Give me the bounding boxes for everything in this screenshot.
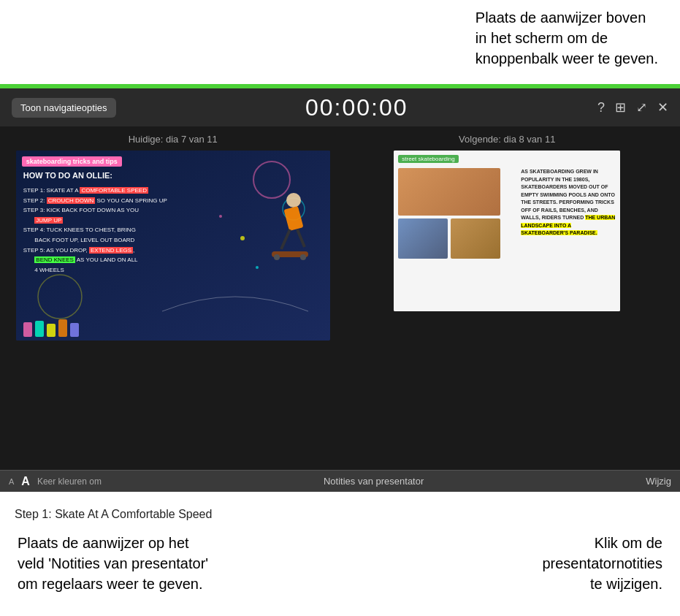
nav-options-button[interactable]: Toon navigatieopties bbox=[12, 98, 116, 118]
photo-2b bbox=[451, 218, 500, 259]
figure-1 bbox=[23, 322, 32, 337]
current-slide: skateboarding tricks and tips HOW TO DO … bbox=[16, 151, 330, 341]
color-swap-button[interactable]: Keer kleuren om bbox=[37, 476, 102, 487]
notes-edit-button[interactable]: Wijzig bbox=[646, 476, 671, 487]
figure-3 bbox=[47, 324, 56, 337]
toolbar-icons: ? ⊞ ⤢ ✕ bbox=[597, 99, 668, 115]
bottom-annotation: Plaats de aanwijzer op het veld 'Notitie… bbox=[0, 521, 680, 616]
current-slide-title: HOW TO DO AN OLLIE: bbox=[23, 171, 112, 180]
svg-point-3 bbox=[38, 275, 82, 319]
figure-5 bbox=[70, 323, 79, 337]
photo-2a bbox=[398, 218, 448, 259]
svg-line-9 bbox=[281, 229, 290, 249]
notes-toolbar-center-label: Notities van presentator bbox=[102, 476, 646, 487]
figure-4 bbox=[58, 319, 67, 337]
svg-point-12 bbox=[274, 254, 280, 260]
highlight-yellow-text: THE URBAN LANDSCAPE INTO A SKATEBOARDER'… bbox=[521, 215, 615, 235]
timer-display: 00:00:00 bbox=[116, 94, 597, 121]
close-icon[interactable]: ✕ bbox=[657, 99, 668, 115]
step5-highlight: EXTEND LEGS bbox=[89, 247, 133, 254]
current-slide-label: Huidige: dia 7 van 11 bbox=[129, 134, 218, 145]
step1-highlight: COMFORTABLE SPEED bbox=[80, 187, 148, 194]
next-slide-tag: street skateboarding bbox=[398, 155, 459, 163]
top-annotation-text: Plaats de aanwijzer boven in het scherm … bbox=[475, 7, 658, 69]
step5-green-highlight: BEND KNEES bbox=[34, 256, 75, 263]
grid-icon[interactable]: ⊞ bbox=[615, 99, 626, 115]
svg-point-7 bbox=[286, 193, 301, 208]
step3-text: KICK BACK FOOT DOWN AS YOU bbox=[47, 207, 139, 213]
next-slide-container: Volgende: dia 8 van 11 street skateboard… bbox=[346, 134, 669, 463]
current-slide-container: Huidige: dia 7 van 11 bbox=[12, 134, 335, 463]
next-slide: street skateboarding AS SKATEBOARDING GR… bbox=[394, 151, 620, 311]
slide-figures bbox=[16, 315, 330, 337]
figure-2 bbox=[35, 321, 44, 337]
photo-row-2 bbox=[398, 218, 500, 259]
step2-highlight: CROUCH DOWN bbox=[47, 197, 96, 204]
svg-line-10 bbox=[297, 229, 305, 247]
bottom-right-annotation-text: Klik om de presentatornotities te wijzig… bbox=[542, 533, 662, 594]
photo-1 bbox=[398, 168, 500, 216]
current-slide-content: skateboarding tricks and tips HOW TO DO … bbox=[16, 151, 330, 341]
font-size-small-button[interactable]: A bbox=[9, 477, 14, 486]
slides-area: Huidige: dia 7 van 11 bbox=[0, 126, 680, 470]
step3-highlight: JUMP UP bbox=[34, 217, 63, 224]
fullscreen-icon[interactable]: ⤢ bbox=[636, 99, 647, 115]
font-size-large-button[interactable]: A bbox=[21, 475, 30, 488]
current-slide-tag: skateboarding tricks and tips bbox=[22, 156, 122, 167]
skater-figure bbox=[253, 187, 319, 275]
notes-toolbar: A A Keer kleuren om Notities van present… bbox=[0, 470, 680, 492]
notes-toolbar-left: A A Keer kleuren om bbox=[9, 475, 102, 488]
bottom-left-annotation-text: Plaats de aanwijzer op het veld 'Notitie… bbox=[18, 533, 208, 594]
top-annotation-area: Plaats de aanwijzer boven in het scherm … bbox=[0, 0, 680, 84]
svg-rect-8 bbox=[283, 206, 303, 231]
help-icon[interactable]: ? bbox=[597, 100, 605, 115]
next-slide-photos bbox=[398, 168, 500, 263]
next-slide-label: Volgende: dia 8 van 11 bbox=[459, 134, 555, 145]
svg-point-13 bbox=[300, 254, 306, 260]
presenter-toolbar: Toon navigatieopties 00:00:00 ? ⊞ ⤢ ✕ bbox=[0, 88, 680, 126]
next-slide-text: AS SKATEBOARDING GREW IN POPULARITY IN T… bbox=[521, 168, 616, 237]
